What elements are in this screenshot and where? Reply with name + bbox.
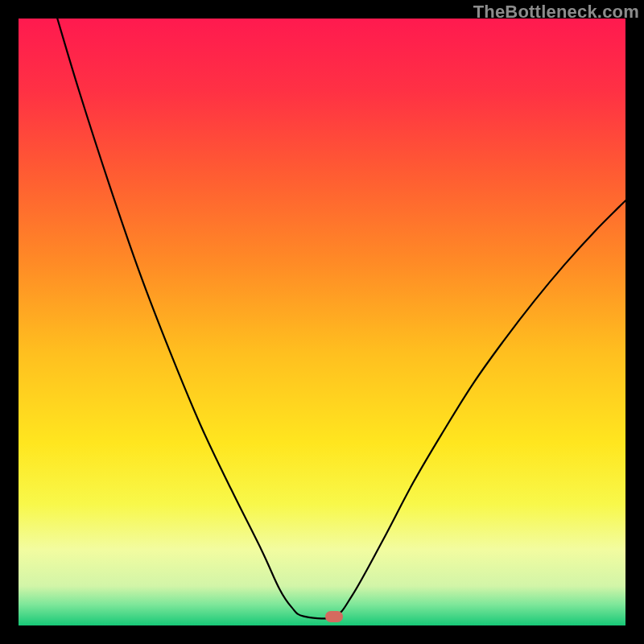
optimal-point-marker [325, 611, 343, 622]
svg-rect-0 [19, 19, 625, 625]
chart-plot-area [19, 19, 625, 625]
watermark-text: TheBottleneck.com [473, 2, 639, 23]
gradient-background [19, 19, 625, 625]
